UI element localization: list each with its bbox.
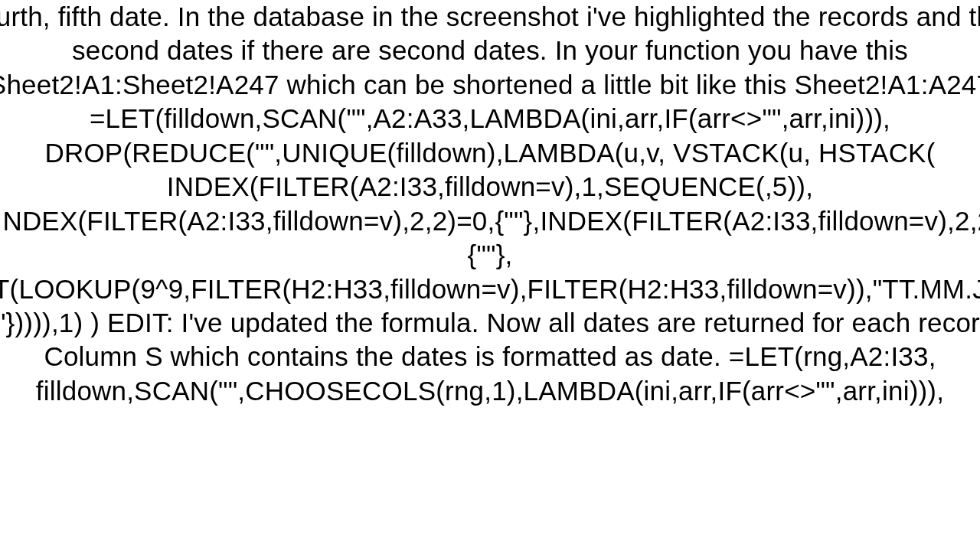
body-text: fourth, fifth date. In the database in t… [0, 0, 980, 408]
document-body: fourth, fifth date. In the database in t… [0, 0, 980, 551]
